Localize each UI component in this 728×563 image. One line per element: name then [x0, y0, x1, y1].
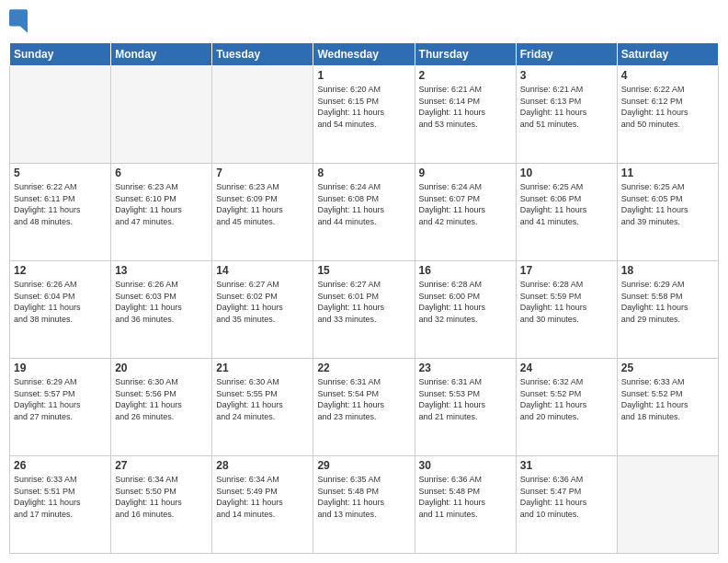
day-number: 11 — [621, 167, 714, 179]
day-number: 28 — [216, 459, 309, 472]
day-info: Sunrise: 6:35 AM Sunset: 5:48 PM Dayligh… — [317, 474, 410, 520]
calendar-week-2: 12Sunrise: 6:26 AM Sunset: 6:04 PM Dayli… — [10, 261, 719, 359]
day-number: 30 — [419, 459, 512, 472]
calendar-cell: 2Sunrise: 6:21 AM Sunset: 6:14 PM Daylig… — [415, 66, 516, 164]
page: SundayMondayTuesdayWednesdayThursdayFrid… — [0, 0, 728, 563]
day-info: Sunrise: 6:29 AM Sunset: 5:58 PM Dayligh… — [621, 279, 714, 325]
calendar-week-3: 19Sunrise: 6:29 AM Sunset: 5:57 PM Dayli… — [10, 359, 719, 456]
day-number: 3 — [520, 69, 613, 82]
day-info: Sunrise: 6:21 AM Sunset: 6:14 PM Dayligh… — [419, 84, 512, 130]
day-number: 9 — [419, 167, 512, 179]
day-info: Sunrise: 6:26 AM Sunset: 6:03 PM Dayligh… — [115, 279, 208, 325]
calendar-cell: 31Sunrise: 6:36 AM Sunset: 5:47 PM Dayli… — [516, 456, 617, 554]
day-info: Sunrise: 6:24 AM Sunset: 6:08 PM Dayligh… — [317, 181, 410, 227]
calendar-cell: 29Sunrise: 6:35 AM Sunset: 5:48 PM Dayli… — [313, 456, 415, 554]
day-info: Sunrise: 6:24 AM Sunset: 6:07 PM Dayligh… — [419, 181, 512, 227]
day-number: 20 — [115, 362, 208, 374]
calendar-cell: 19Sunrise: 6:29 AM Sunset: 5:57 PM Dayli… — [10, 359, 111, 456]
calendar-cell: 20Sunrise: 6:30 AM Sunset: 5:56 PM Dayli… — [111, 359, 212, 456]
calendar-cell: 8Sunrise: 6:24 AM Sunset: 6:08 PM Daylig… — [313, 164, 415, 261]
day-info: Sunrise: 6:31 AM Sunset: 5:53 PM Dayligh… — [419, 376, 512, 422]
weekday-header-wednesday: Wednesday — [313, 43, 415, 66]
day-info: Sunrise: 6:20 AM Sunset: 6:15 PM Dayligh… — [317, 84, 410, 130]
calendar-cell — [10, 66, 111, 164]
calendar-cell: 7Sunrise: 6:23 AM Sunset: 6:09 PM Daylig… — [212, 164, 313, 261]
calendar-cell — [111, 66, 212, 164]
logo-icon — [9, 9, 28, 35]
calendar-cell: 9Sunrise: 6:24 AM Sunset: 6:07 PM Daylig… — [415, 164, 516, 261]
calendar-cell: 27Sunrise: 6:34 AM Sunset: 5:50 PM Dayli… — [111, 456, 212, 554]
day-number: 8 — [317, 167, 410, 179]
calendar-cell: 18Sunrise: 6:29 AM Sunset: 5:58 PM Dayli… — [617, 261, 718, 359]
calendar-cell: 6Sunrise: 6:23 AM Sunset: 6:10 PM Daylig… — [111, 164, 212, 261]
calendar-cell: 25Sunrise: 6:33 AM Sunset: 5:52 PM Dayli… — [617, 359, 718, 456]
calendar-cell: 16Sunrise: 6:28 AM Sunset: 6:00 PM Dayli… — [415, 261, 516, 359]
calendar-cell: 26Sunrise: 6:33 AM Sunset: 5:51 PM Dayli… — [10, 456, 111, 554]
day-number: 21 — [216, 362, 309, 374]
day-number: 7 — [216, 167, 309, 179]
calendar-week-0: 1Sunrise: 6:20 AM Sunset: 6:15 PM Daylig… — [10, 66, 719, 164]
calendar-cell: 11Sunrise: 6:25 AM Sunset: 6:05 PM Dayli… — [617, 164, 718, 261]
day-info: Sunrise: 6:31 AM Sunset: 5:54 PM Dayligh… — [317, 376, 410, 422]
day-info: Sunrise: 6:25 AM Sunset: 6:06 PM Dayligh… — [520, 181, 613, 227]
day-number: 25 — [621, 362, 714, 374]
calendar-cell: 15Sunrise: 6:27 AM Sunset: 6:01 PM Dayli… — [313, 261, 415, 359]
svg-rect-0 — [9, 9, 28, 26]
day-info: Sunrise: 6:32 AM Sunset: 5:52 PM Dayligh… — [520, 376, 613, 422]
weekday-header-monday: Monday — [111, 43, 212, 66]
day-number: 22 — [317, 362, 410, 374]
day-info: Sunrise: 6:28 AM Sunset: 5:59 PM Dayligh… — [520, 279, 613, 325]
day-number: 31 — [520, 459, 613, 472]
calendar-cell: 3Sunrise: 6:21 AM Sunset: 6:13 PM Daylig… — [516, 66, 617, 164]
day-number: 16 — [419, 264, 512, 277]
calendar-week-4: 26Sunrise: 6:33 AM Sunset: 5:51 PM Dayli… — [10, 456, 719, 554]
svg-marker-1 — [18, 25, 28, 33]
calendar-cell: 4Sunrise: 6:22 AM Sunset: 6:12 PM Daylig… — [617, 66, 718, 164]
calendar-cell: 17Sunrise: 6:28 AM Sunset: 5:59 PM Dayli… — [516, 261, 617, 359]
day-number: 26 — [14, 459, 107, 472]
day-number: 6 — [115, 167, 208, 179]
weekday-header-row: SundayMondayTuesdayWednesdayThursdayFrid… — [10, 43, 719, 66]
day-info: Sunrise: 6:22 AM Sunset: 6:11 PM Dayligh… — [14, 181, 107, 227]
day-number: 10 — [520, 167, 613, 179]
day-info: Sunrise: 6:30 AM Sunset: 5:55 PM Dayligh… — [216, 376, 309, 422]
day-info: Sunrise: 6:28 AM Sunset: 6:00 PM Dayligh… — [419, 279, 512, 325]
day-info: Sunrise: 6:27 AM Sunset: 6:02 PM Dayligh… — [216, 279, 309, 325]
calendar-cell: 10Sunrise: 6:25 AM Sunset: 6:06 PM Dayli… — [516, 164, 617, 261]
day-number: 18 — [621, 264, 714, 277]
calendar-cell: 14Sunrise: 6:27 AM Sunset: 6:02 PM Dayli… — [212, 261, 313, 359]
weekday-header-saturday: Saturday — [617, 43, 718, 66]
day-number: 17 — [520, 264, 613, 277]
calendar-cell: 1Sunrise: 6:20 AM Sunset: 6:15 PM Daylig… — [313, 66, 415, 164]
day-info: Sunrise: 6:36 AM Sunset: 5:47 PM Dayligh… — [520, 474, 613, 520]
weekday-header-friday: Friday — [516, 43, 617, 66]
day-info: Sunrise: 6:25 AM Sunset: 6:05 PM Dayligh… — [621, 181, 714, 227]
day-number: 4 — [621, 69, 714, 82]
day-number: 15 — [317, 264, 410, 277]
calendar-cell: 23Sunrise: 6:31 AM Sunset: 5:53 PM Dayli… — [415, 359, 516, 456]
weekday-header-sunday: Sunday — [10, 43, 111, 66]
calendar-header: SundayMondayTuesdayWednesdayThursdayFrid… — [10, 43, 719, 66]
calendar-table: SundayMondayTuesdayWednesdayThursdayFrid… — [9, 42, 719, 554]
day-info: Sunrise: 6:34 AM Sunset: 5:50 PM Dayligh… — [115, 474, 208, 520]
day-info: Sunrise: 6:29 AM Sunset: 5:57 PM Dayligh… — [14, 376, 107, 422]
day-number: 24 — [520, 362, 613, 374]
day-number: 2 — [419, 69, 512, 82]
day-info: Sunrise: 6:36 AM Sunset: 5:48 PM Dayligh… — [419, 474, 512, 520]
day-info: Sunrise: 6:23 AM Sunset: 6:09 PM Dayligh… — [216, 181, 309, 227]
calendar-cell: 21Sunrise: 6:30 AM Sunset: 5:55 PM Dayli… — [212, 359, 313, 456]
day-info: Sunrise: 6:23 AM Sunset: 6:10 PM Dayligh… — [115, 181, 208, 227]
calendar-cell: 24Sunrise: 6:32 AM Sunset: 5:52 PM Dayli… — [516, 359, 617, 456]
day-number: 12 — [14, 264, 107, 277]
day-number: 23 — [419, 362, 512, 374]
calendar-cell: 12Sunrise: 6:26 AM Sunset: 6:04 PM Dayli… — [10, 261, 111, 359]
calendar-body: 1Sunrise: 6:20 AM Sunset: 6:15 PM Daylig… — [10, 66, 719, 554]
calendar-cell — [617, 456, 718, 554]
calendar-cell: 30Sunrise: 6:36 AM Sunset: 5:48 PM Dayli… — [415, 456, 516, 554]
calendar-cell: 5Sunrise: 6:22 AM Sunset: 6:11 PM Daylig… — [10, 164, 111, 261]
header — [9, 9, 719, 35]
day-number: 27 — [115, 459, 208, 472]
day-number: 19 — [14, 362, 107, 374]
day-info: Sunrise: 6:30 AM Sunset: 5:56 PM Dayligh… — [115, 376, 208, 422]
day-info: Sunrise: 6:26 AM Sunset: 6:04 PM Dayligh… — [14, 279, 107, 325]
